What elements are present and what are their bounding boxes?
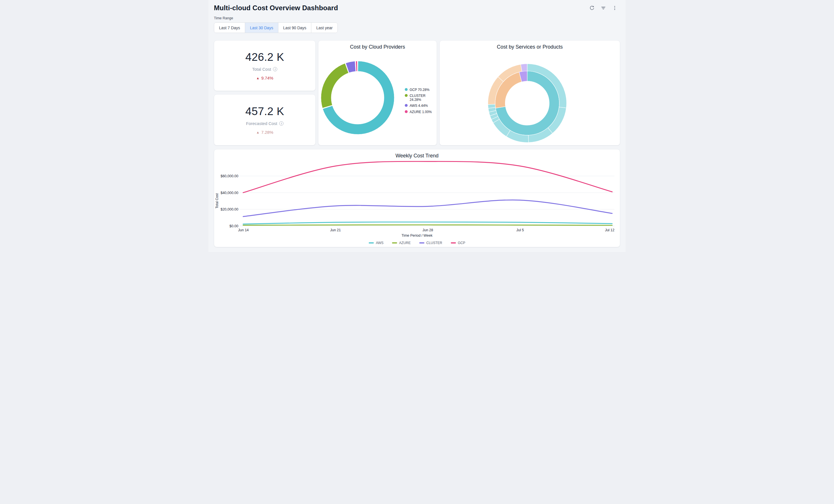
kpi-column: 426.2 K Total Cost i ▲ 9.74% 457.2 K For… <box>214 40 315 146</box>
total-cost-value: 426.2 K <box>245 51 284 63</box>
x-tick-label: Jun 14 <box>238 228 249 232</box>
arrow-up-icon: ▲ <box>256 130 260 134</box>
info-icon[interactable]: i <box>273 67 277 71</box>
x-tick-label: Jun 28 <box>422 228 433 232</box>
donut-segment-azure <box>356 61 357 71</box>
legend-item-cluster: CLUSTER 24.28% <box>405 94 436 102</box>
total-cost-delta: ▲ 9.74% <box>256 75 273 81</box>
forecasted-cost-delta: ▲ 7.28% <box>256 130 273 135</box>
provider-donut-legend: GCP 70.28%CLUSTER 24.28%AWS 4.44%AZURE 1… <box>405 88 436 114</box>
legend-swatch <box>405 104 408 107</box>
time-range-button-last-30-days[interactable]: Last 30 Days <box>245 23 278 33</box>
total-cost-card: 426.2 K Total Cost i ▲ 9.74% <box>214 40 315 91</box>
legend-item-aws: AWS <box>369 241 383 245</box>
forecasted-cost-card: 457.2 K Forecasted Cost i ▲ 7.28% <box>214 94 315 146</box>
trend-line-gcp <box>243 161 612 193</box>
delta-value: 7.28% <box>261 130 273 135</box>
weekly-cost-trend-chart: $0.00$20,000.00$40,000.00$60,000.00Total… <box>214 149 619 235</box>
filter-button[interactable] <box>599 4 608 12</box>
trend-line-aws <box>243 222 612 224</box>
trend-legend: AWSAZURECLUSTERGCP <box>214 241 620 245</box>
legend-swatch <box>405 94 408 97</box>
y-tick-label: $40,000.00 <box>220 191 238 195</box>
top-row: 426.2 K Total Cost i ▲ 9.74% 457.2 K For… <box>214 40 620 146</box>
legend-item-azure: AZURE 1.00% <box>405 110 436 114</box>
legend-item-gcp: GCP <box>451 241 465 245</box>
legend-label: CLUSTER 24.28% <box>410 94 436 102</box>
sunburst-outer-segment-aws <box>521 64 527 72</box>
x-tick-label: Jun 21 <box>330 228 341 232</box>
legend-label: AWS 4.44% <box>410 104 428 108</box>
donut-segment-cluster <box>321 63 349 108</box>
legend-label: GCP <box>458 241 465 245</box>
forecasted-cost-label: Forecasted Cost <box>246 121 277 126</box>
y-tick-label: $60,000.00 <box>220 174 238 178</box>
legend-item-azure: AZURE <box>392 241 411 245</box>
kebab-menu-icon <box>612 5 617 10</box>
y-tick-label: $20,000.00 <box>220 207 238 211</box>
legend-label: CLUSTER <box>426 241 442 245</box>
total-cost-label: Total Cost <box>252 67 271 72</box>
legend-swatch <box>451 242 456 243</box>
time-range-label: Time Range <box>214 16 626 20</box>
time-range-button-last-90-days[interactable]: Last 90 Days <box>278 23 312 33</box>
delta-value: 9.74% <box>261 75 273 81</box>
legend-label: GCP 70.28% <box>410 88 430 92</box>
trend-line-cluster <box>243 200 612 217</box>
legend-item-cluster: CLUSTER <box>419 241 442 245</box>
cost-by-cloud-providers-card: Cost by Cloud Providers GCP 70.28%CLUSTE… <box>318 40 437 146</box>
info-icon[interactable]: i <box>279 121 284 126</box>
total-cost-label-row: Total Cost i <box>252 67 278 72</box>
header-actions <box>588 4 619 12</box>
refresh-button[interactable] <box>588 4 596 12</box>
time-range-button-last-7-days[interactable]: Last 7 Days <box>214 23 245 33</box>
x-axis-title: Time Period / Week <box>214 234 620 238</box>
legend-label: AWS <box>376 241 383 245</box>
header: Multi-cloud Cost Overview Dashboard <box>208 0 626 12</box>
time-range-button-group: Last 7 DaysLast 30 DaysLast 90 DaysLast … <box>214 22 338 33</box>
trend-line-azure <box>243 225 612 225</box>
legend-item-aws: AWS 4.44% <box>405 104 436 108</box>
forecasted-cost-label-row: Forecasted Cost i <box>246 121 284 126</box>
x-tick-label: Jul 5 <box>517 228 524 232</box>
weekly-cost-trend-card: Weekly Cost Trend $0.00$20,000.00$40,000… <box>214 149 620 247</box>
y-tick-label: $0.00 <box>229 224 238 228</box>
page-title: Multi-cloud Cost Overview Dashboard <box>214 4 338 12</box>
legend-swatch <box>369 242 374 243</box>
x-tick-label: Jul 12 <box>605 228 614 232</box>
forecasted-cost-value: 457.2 K <box>245 105 284 117</box>
legend-swatch <box>405 88 408 91</box>
dashboard: Multi-cloud Cost Overview Dashboard <box>208 0 626 252</box>
legend-swatch <box>419 242 424 243</box>
kebab-menu-button[interactable] <box>611 4 619 12</box>
cost-by-services-card: Cost by Services or Products <box>439 40 620 146</box>
y-axis-title: Total Cost <box>215 193 219 209</box>
legend-swatch <box>392 242 397 243</box>
refresh-icon <box>589 5 595 10</box>
time-range-button-last-year[interactable]: Last year <box>311 23 337 33</box>
arrow-up-icon: ▲ <box>256 76 260 80</box>
legend-label: AZURE <box>399 241 411 245</box>
services-sunburst-chart <box>440 41 622 146</box>
legend-swatch <box>405 110 408 113</box>
legend-label: AZURE 1.00% <box>410 110 432 114</box>
filter-icon <box>601 5 606 10</box>
legend-item-gcp: GCP 70.28% <box>405 88 436 92</box>
